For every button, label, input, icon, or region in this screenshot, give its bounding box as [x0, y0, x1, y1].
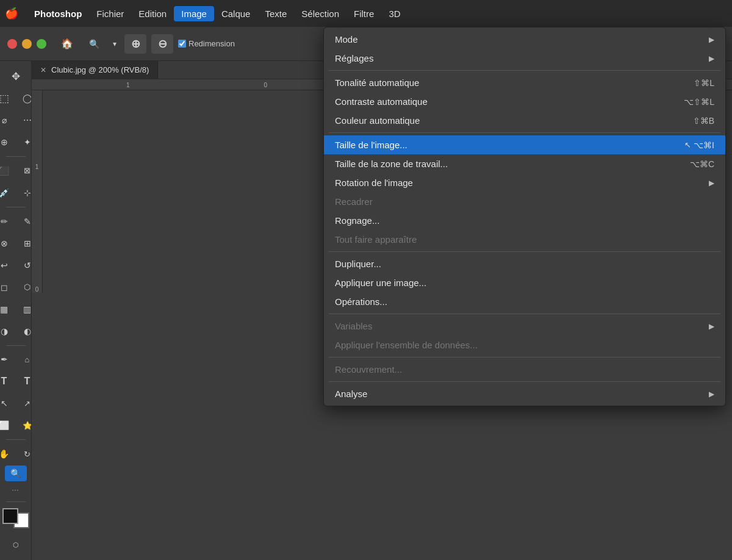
brush-tool-button[interactable]: ✏ [0, 211, 15, 232]
window-maximize-button[interactable] [37, 39, 46, 49]
ellipse-marquee-tool-button[interactable]: ◯ [16, 88, 32, 109]
quick-selection-button[interactable]: ⊕ [0, 132, 15, 153]
menu-taille-image[interactable]: Taille de l'image... ↖ ⌥⌘I [324, 135, 725, 154]
quick-mask-button[interactable]: ⬡ [5, 534, 27, 555]
zoom-out-button[interactable]: ⊖ [151, 34, 173, 54]
menu-mode[interactable]: Mode ▶ [324, 30, 725, 49]
window-close-button[interactable] [7, 39, 17, 49]
menu-dupliquer[interactable]: Dupliquer... [324, 254, 725, 273]
menu-dupliquer-label: Dupliquer... [335, 259, 381, 269]
menubar-filtre[interactable]: Filtre [346, 6, 381, 21]
home-button[interactable]: 🏠 [56, 34, 78, 54]
rectangle-shape-button[interactable]: ⬜ [0, 415, 15, 436]
menu-variables-label: Variables [335, 321, 372, 331]
tool-divider-5 [6, 501, 26, 502]
art-history-button[interactable]: ↺ [16, 255, 32, 276]
document-tab[interactable]: ✕ Clubic.jpg @ 200% (RVB/8) [32, 61, 158, 79]
menu-reglages-arrow: ▶ [709, 54, 714, 63]
menubar-fichier[interactable]: Fichier [89, 6, 131, 21]
pattern-stamp-button[interactable]: ⊞ [16, 233, 32, 254]
menu-couleur[interactable]: Couleur automatique ⇧⌘B [324, 111, 725, 130]
foreground-color-swatch[interactable] [2, 508, 18, 524]
slice-tool-button[interactable]: ⊠ [16, 160, 32, 181]
menu-recadrer-label: Recadrer [335, 196, 373, 207]
zoom-dropdown-button[interactable]: ▾ [110, 34, 120, 54]
burn-tool-button[interactable]: ◐ [16, 321, 32, 342]
crop-tool-button[interactable]: ⬛ [0, 160, 15, 181]
tool-divider-4 [6, 439, 26, 440]
menubar-edition[interactable]: Edition [131, 6, 174, 21]
window-minimize-button[interactable] [22, 39, 32, 49]
vertical-type-button[interactable]: T [16, 371, 32, 392]
magic-eraser-button[interactable]: ⬡ [16, 277, 32, 298]
menu-sep-5 [329, 357, 720, 357]
tool-divider-1 [6, 156, 26, 157]
pen-tool-button[interactable]: ✒ [0, 349, 15, 370]
freeform-pen-button[interactable]: ⌂ [16, 349, 32, 370]
color-sampler-button[interactable]: ⊹ [16, 182, 32, 203]
menu-taille-zone[interactable]: Taille de la zone de travail... ⌥⌘C [324, 154, 725, 173]
direct-selection-button[interactable]: ↗ [16, 393, 32, 414]
ruler-vertical: 1 0 [32, 90, 43, 293]
menu-couleur-label: Couleur automatique [335, 115, 420, 126]
menubar-texte[interactable]: Texte [257, 6, 294, 21]
tab-close-button[interactable]: ✕ [40, 66, 46, 74]
menu-rognage[interactable]: Rognage... [324, 211, 725, 230]
menu-rotation[interactable]: Rotation de l'image ▶ [324, 173, 725, 192]
tool-divider-2 [6, 207, 26, 207]
menu-operations-label: Opérations... [335, 296, 387, 307]
menu-appliquer-donnees-label: Appliquer l'ensemble de données... [335, 340, 478, 350]
magic-wand-button[interactable]: ✦ [16, 132, 32, 153]
zoom-button[interactable]: 🔍 [83, 34, 105, 54]
menu-analyse[interactable]: Analyse ▶ [324, 384, 725, 403]
menu-reglages-label: Réglages [335, 53, 373, 63]
custom-shape-button[interactable]: ⭐ [16, 415, 32, 436]
menu-contraste-shortcut: ⌥⇧⌘L [684, 97, 714, 107]
tool-divider-3 [6, 345, 26, 346]
move-tool-button[interactable]: ✥ [5, 66, 27, 87]
eyedropper-tool-button[interactable]: 💉 [0, 182, 15, 203]
redimension-checkbox[interactable] [178, 40, 186, 48]
apple-menu-icon[interactable]: 🍎 [5, 7, 18, 20]
menu-appliquer-donnees: Appliquer l'ensemble de données... [324, 336, 725, 354]
menubar-selection[interactable]: Sélection [294, 6, 346, 21]
menubar-3d[interactable]: 3D [381, 6, 407, 21]
menubar: 🍎 Photoshop Fichier Edition Image Calque… [0, 0, 732, 27]
gradient-tool-button[interactable]: ▦ [0, 299, 15, 320]
menu-sep-4 [329, 314, 720, 314]
menu-operations[interactable]: Opérations... [324, 292, 725, 311]
menu-reglages[interactable]: Réglages ▶ [324, 49, 725, 68]
pencil-tool-button[interactable]: ✎ [16, 211, 32, 232]
path-selection-button[interactable]: ↖ [0, 393, 15, 414]
clone-stamp-button[interactable]: ⊗ [0, 233, 15, 254]
menu-tonalite[interactable]: Tonalité automatique ⇧⌘L [324, 73, 725, 92]
zoom-in-button[interactable]: ⊕ [124, 34, 146, 54]
marquee-tool-button[interactable]: ⬚ [0, 88, 15, 109]
hand-tool-button[interactable]: ✋ [0, 443, 15, 464]
menubar-photoshop[interactable]: Photoshop [27, 6, 89, 21]
history-brush-button[interactable]: ↩ [0, 255, 15, 276]
dodge-tool-button[interactable]: ◑ [0, 321, 15, 342]
redimension-checkbox-area: Redimension [178, 39, 235, 48]
polygonal-lasso-tool-button[interactable]: ⋯ [16, 110, 32, 131]
rotate-view-button[interactable]: ↻ [16, 443, 32, 464]
ruler-h-label-1: 1 [126, 82, 130, 88]
zoom-tool-button[interactable]: 🔍 [5, 465, 27, 481]
menu-contraste-label: Contraste automatique [335, 96, 428, 107]
menu-tonalite-shortcut: ⇧⌘L [694, 78, 714, 88]
menu-recouvrement: Recouvrement... [324, 360, 725, 379]
menubar-image[interactable]: Image [174, 6, 214, 21]
menu-taille-zone-label: Taille de la zone de travail... [335, 159, 448, 169]
menubar-calque[interactable]: Calque [214, 6, 258, 21]
more-tools-button[interactable]: ··· [5, 483, 27, 498]
eraser-button[interactable]: ◻ [0, 277, 15, 298]
menu-contraste[interactable]: Contraste automatique ⌥⇧⌘L [324, 92, 725, 111]
type-tool-button[interactable]: T [0, 371, 15, 392]
paint-bucket-button[interactable]: ▥ [16, 299, 32, 320]
menu-taille-image-label: Taille de l'image... [335, 140, 407, 150]
menu-appliquer-image[interactable]: Appliquer une image... [324, 273, 725, 292]
menu-couleur-shortcut: ⇧⌘B [693, 116, 714, 126]
lasso-tool-button[interactable]: ⌀ [0, 110, 15, 131]
menu-sep-3 [329, 251, 720, 252]
color-swatches[interactable] [2, 508, 29, 528]
